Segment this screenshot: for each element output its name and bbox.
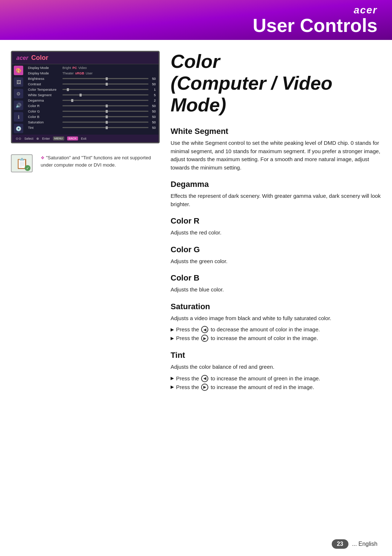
bullet-arrow-icon-2: ▶ [171, 335, 174, 342]
osd-val-colortemp: 1 [150, 88, 156, 91]
osd-row-brightness: Brightness 50 [28, 76, 156, 81]
note-icon-box: 📋 ✓ [11, 154, 36, 172]
text-color-g: Adjusts the green color. [171, 257, 381, 266]
osd-row-colorb: Color B 50 [28, 114, 156, 119]
osd-label-brightness: Brightness [28, 77, 62, 81]
osd-opt-srgb: sRGB [75, 71, 84, 75]
osd-select-label: Select [24, 137, 33, 140]
osd-label-contrast: Contrast [28, 82, 62, 86]
page: acer User Controls acer Color 🎨 🖼 ⚙ 🔊 [0, 0, 392, 556]
saturation-bullets: ▶ Press the ◀ to decrease the amount of … [171, 325, 381, 343]
osd-row-colortemp: Color Temperature 1 [28, 87, 156, 92]
osd-icon-audio: 🔊 [14, 101, 23, 110]
heading-saturation: Saturation [171, 302, 381, 311]
text-tint: Adjusts the color balance of red and gre… [171, 363, 381, 371]
osd-val-colorr: 50 [150, 104, 156, 108]
heading-tint: Tint [171, 351, 381, 360]
section-color-g: Color G Adjusts the green color. [171, 245, 381, 266]
osd-opt-bright: Bright [62, 66, 71, 70]
tint-bullet-1: ▶ Press the ◀ to increase the amount of … [171, 374, 381, 383]
saturation-bullet-2: ▶ Press the ▶ to increase the amount of … [171, 334, 381, 343]
osd-label-colorg: Color G [28, 109, 62, 113]
osd-row-degamma: Degamma 2 [28, 98, 156, 103]
osd-opt-user: User [86, 71, 93, 75]
note-checkmark-icon: ✓ [25, 165, 30, 171]
osd-back-btn: BACK [67, 136, 78, 140]
osd-label-saturation: Saturation [28, 120, 62, 124]
osd-opt-theater: Theater [62, 71, 74, 75]
heading-degamma: Degamma [171, 180, 381, 189]
osd-icon-extra: 💿 [14, 124, 23, 133]
heading-color-g: Color G [171, 245, 381, 254]
osd-icon-settings: ⚙ [14, 89, 23, 98]
osd-val-colorg: 50 [150, 110, 156, 113]
saturation-bullet-1: ▶ Press the ◀ to decrease the amount of … [171, 325, 381, 334]
osd-row-whiteseg: White Segment 5 [28, 92, 156, 98]
osd-icon-color: 🎨 [14, 66, 23, 75]
text-color-r: Adjusts the red color. [171, 229, 381, 237]
osd-enter-label: Enter [42, 137, 50, 140]
osd-row-tint: Tint 50 [28, 125, 156, 130]
saturation-bullet-1-rest: to decrease the amount of color in the i… [211, 325, 320, 334]
osd-label-colortemp: Color Temperature [28, 87, 62, 91]
big-title: Color (Computer / Video Mode) [171, 51, 381, 116]
section-degamma: Degamma Effects the represent of dark sc… [171, 180, 381, 208]
tint-left-btn: ◀ [201, 375, 208, 382]
tint-bullet-1-rest: to increase the amount of green in the i… [211, 374, 320, 383]
osd-body: 🎨 🖼 ⚙ 🔊 ℹ 💿 Display Mode Bright PC [12, 64, 159, 135]
tint-bullet-1-text: Press the [176, 374, 199, 383]
osd-row-colorg: Color G 50 [28, 109, 156, 114]
osd-row-contrast: Contrast 50 [28, 81, 156, 87]
text-color-b: Adjusts the blue color. [171, 286, 381, 294]
saturation-bullet-2-rest: to increase the amount of color in the i… [211, 334, 318, 343]
left-arrow-btn: ◀ [201, 326, 208, 333]
text-degamma: Effects the represent of dark scenery. W… [171, 192, 381, 208]
big-title-line2: (Computer / Video [171, 73, 332, 94]
osd-opt-pc: PC [73, 66, 77, 70]
right-arrow-btn: ▶ [201, 335, 208, 342]
heading-color-b: Color B [171, 273, 381, 283]
osd-val-tint: 50 [150, 126, 156, 130]
osd-val-degamma: 2 [150, 99, 156, 102]
page-title: User Controls [253, 15, 377, 36]
osd-label-colorb: Color B [28, 115, 62, 119]
osd-icon-image: 🖼 [14, 77, 23, 87]
note-diamond-icon: ❖ [41, 155, 45, 160]
osd-footer: ⊙⊙ Select ⊕ Enter MENU BACK Exit [12, 135, 159, 142]
osd-row-displaymode1: Display Mode Bright PC Video [28, 65, 156, 70]
bullet-arrow-icon: ▶ [171, 326, 174, 333]
osd-menu-title: Color [31, 54, 48, 62]
osd-val-brightness: 50 [150, 77, 156, 81]
tint-bullets: ▶ Press the ◀ to increase the amount of … [171, 374, 381, 392]
osd-label-tint: Tint [28, 126, 62, 130]
osd-row-displaymode2: Display Mode Theater sRGB User [28, 70, 156, 76]
section-color-r: Color R Adjusts the red color. [171, 216, 381, 237]
section-saturation: Saturation Adjusts a video image from bl… [171, 302, 381, 343]
osd-header: acer Color [12, 52, 159, 64]
saturation-bullet-2-text: Press the [176, 334, 199, 343]
header: acer User Controls [0, 0, 392, 40]
section-white-segment: White Segment Use the white Segment cont… [171, 127, 381, 172]
osd-acer-logo: acer [16, 55, 28, 61]
tint-bullet-arrow-1: ▶ [171, 375, 174, 382]
osd-icon-info: ℹ [14, 112, 23, 122]
osd-val-colorb: 50 [150, 115, 156, 119]
tint-bullet-2: ▶ Press the ▶ to increase the amount of … [171, 383, 381, 392]
note-content: "Saturation" and "Tint" functions are no… [41, 155, 151, 168]
tint-right-btn: ▶ [201, 384, 208, 391]
note-area: 📋 ✓ ❖ "Saturation" and "Tint" functions … [11, 154, 163, 172]
osd-enter-icon: ⊕ [36, 137, 39, 140]
osd-label-displaymode1: Display Mode [28, 66, 62, 70]
right-column: Color (Computer / Video Mode) White Segm… [171, 51, 381, 400]
heading-white-segment: White Segment [171, 127, 381, 136]
tint-bullet-arrow-2: ▶ [171, 384, 174, 391]
text-white-segment: Use the white Segment control to set the… [171, 139, 381, 172]
tint-bullet-2-rest: to increase the amount of red in the ima… [211, 383, 314, 392]
page-footer: 23 ... English [332, 539, 377, 549]
big-title-line3: Mode) [171, 94, 226, 115]
osd-sidebar: 🎨 🖼 ⚙ 🔊 ℹ 💿 [12, 64, 25, 135]
osd-row-saturation: Saturation 50 [28, 119, 156, 125]
note-text: ❖ "Saturation" and "Tint" functions are … [41, 154, 163, 172]
page-number: 23 [332, 539, 348, 549]
page-language: ... English [352, 541, 377, 547]
